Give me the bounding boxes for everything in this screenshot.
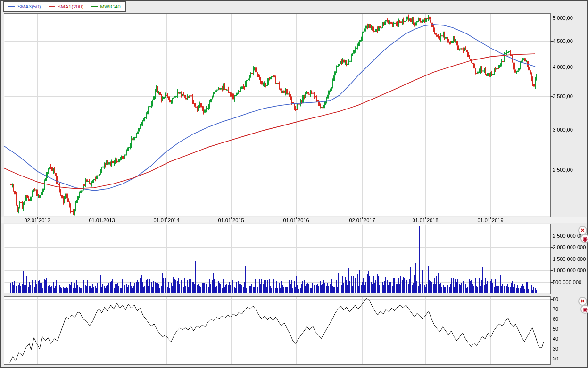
price-axis-tick-label: 2 500,00 bbox=[553, 167, 573, 173]
oscillator-panel-close-button[interactable]: ✕ bbox=[578, 297, 587, 306]
volume-axis-tick-label: 1 500 000 000 bbox=[553, 256, 586, 262]
oscillator-axis-tick-label: 80 bbox=[553, 296, 558, 302]
oscillator-axis-tick-label: 40 bbox=[553, 336, 558, 342]
legend-item-label: SMA1(200) bbox=[58, 4, 84, 9]
legend-item-sma3-50-[interactable]: SMA3(50) bbox=[8, 4, 41, 9]
price-axis-tick-label: 4 500,00 bbox=[553, 38, 573, 44]
date-axis-tick-label: 01.01.2019 bbox=[473, 217, 507, 223]
volume-axis-tick-label: 2 000 000 000 bbox=[553, 244, 586, 250]
oscillator-axis-tick-label: 30 bbox=[553, 346, 558, 351]
volume-panel-focus-button[interactable]: ◉ bbox=[580, 234, 588, 243]
date-axis-tick-label: 01.01.2016 bbox=[279, 217, 313, 223]
chart-window: SMA3(50)SMA1(200)MWIG40 5 000,004 500,00… bbox=[0, 0, 588, 368]
date-axis-tick-label: 01.01.2014 bbox=[149, 217, 183, 223]
oscillator-axis-tick-label: 50 bbox=[553, 326, 558, 332]
date-axis-tick-label: 01.01.2013 bbox=[85, 217, 119, 223]
date-axis-tick-label: 01.01.2015 bbox=[214, 217, 248, 223]
volume-axis-tick-label: 500 000 000 bbox=[553, 279, 581, 285]
legend-line-swatch bbox=[8, 6, 15, 7]
date-axis-tick-label: 02.01.2017 bbox=[345, 217, 379, 223]
volume-axis-tick-label: 1 000 000 000 bbox=[553, 268, 586, 273]
price-axis-tick-label: 5 000,00 bbox=[553, 15, 573, 21]
legend-item-label: MWIG40 bbox=[100, 4, 120, 9]
chart-canvas[interactable] bbox=[0, 0, 588, 368]
oscillator-panel-focus-button[interactable]: ◉ bbox=[580, 305, 588, 314]
oscillator-axis-tick-label: 60 bbox=[553, 316, 558, 322]
legend-item-label: SMA3(50) bbox=[17, 4, 41, 9]
price-axis-tick-label: 4 000,00 bbox=[553, 64, 573, 70]
volume-panel-close-button[interactable]: ✕ bbox=[578, 226, 587, 235]
legend-line-swatch bbox=[49, 6, 55, 7]
price-axis-tick-label: 3 500,00 bbox=[553, 93, 573, 99]
oscillator-axis-tick-label: 20 bbox=[553, 356, 558, 361]
legend-item-sma1-200-[interactable]: SMA1(200) bbox=[49, 4, 84, 9]
indicator-legend: SMA3(50)SMA1(200)MWIG40 bbox=[3, 1, 126, 12]
date-axis-tick-label: 02.01.2012 bbox=[20, 217, 54, 223]
price-axis-tick-label: 3 000,00 bbox=[553, 127, 573, 133]
date-axis-tick-label: 01.01.2018 bbox=[408, 217, 442, 223]
legend-item-mwig40[interactable]: MWIG40 bbox=[91, 4, 120, 9]
legend-line-swatch bbox=[91, 6, 98, 7]
oscillator-axis-tick-label: 70 bbox=[553, 306, 558, 312]
